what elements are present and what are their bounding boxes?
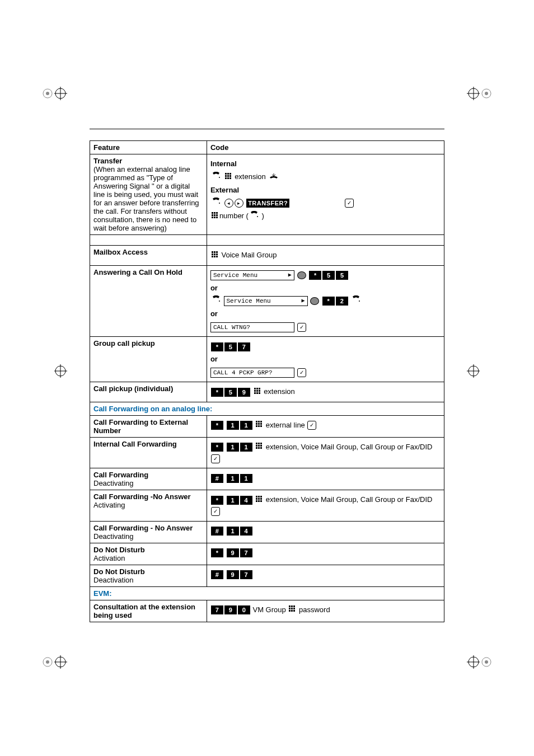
cf-noans-act-text: extension, Voice Mail Group, Call Group … <box>266 495 433 504</box>
number-text: number ( <box>219 212 249 220</box>
crop-mark-top-left <box>42 81 67 106</box>
svg-rect-68 <box>258 421 260 422</box>
svg-rect-100 <box>289 610 291 612</box>
key-star: * <box>211 342 223 351</box>
row-cf-noans-deact: Call Forwarding - No Answer Deactivating… <box>90 521 444 543</box>
lcd-call4: CALL 4 PCKP GRP? <box>210 368 294 378</box>
svg-rect-61 <box>254 390 256 392</box>
row-group-pickup: Group call pickup *57 or CALL 4 PCKP GRP… <box>90 337 444 382</box>
key-7: 7 <box>238 342 250 351</box>
svg-rect-31 <box>227 175 229 177</box>
key-hash: # <box>211 474 223 483</box>
consult-vm: VM Group <box>253 605 286 614</box>
cf-deact-title: Call Forwarding <box>93 471 148 479</box>
svg-rect-88 <box>256 498 257 500</box>
svg-rect-52 <box>216 253 218 255</box>
key-star: * <box>211 496 223 505</box>
nav-oval <box>310 297 319 305</box>
key-5: 5 <box>322 271 335 280</box>
lcd-service-menu-2: Service Menu▶ <box>224 296 308 306</box>
cf-noans-act-title: Call Forwarding -No Answer <box>93 492 191 501</box>
crop-mark-mid-right <box>467 363 492 379</box>
row-mailbox: Mailbox Access Voice Mail Group <box>90 246 444 266</box>
svg-rect-29 <box>229 173 231 175</box>
svg-rect-75 <box>260 425 262 427</box>
keypad-icon <box>212 211 218 222</box>
row-cf-external: Call Forwarding to External Number * 11 … <box>90 415 444 437</box>
svg-rect-32 <box>229 175 231 177</box>
header-rule <box>90 129 444 140</box>
consult-title: Consultation at the extension being used <box>90 600 207 622</box>
cf-section-title: Call Forwarding on an analog line: <box>90 402 444 415</box>
svg-rect-85 <box>256 496 257 497</box>
key-0: 0 <box>238 605 250 614</box>
svg-rect-44 <box>214 217 216 218</box>
row-cf-noans-act: Call Forwarding -No Answer Activating * … <box>90 490 444 522</box>
svg-rect-77 <box>258 443 260 444</box>
evm-section-title: EVM: <box>90 586 444 600</box>
svg-point-46 <box>257 216 258 217</box>
svg-rect-91 <box>256 500 257 502</box>
svg-rect-89 <box>258 498 260 500</box>
ok-button: ✓ <box>297 323 306 332</box>
dnd-act-sub: Activation <box>93 554 125 562</box>
svg-rect-99 <box>293 608 295 609</box>
svg-rect-40 <box>212 214 213 216</box>
svg-rect-47 <box>212 251 213 253</box>
page-content: Feature Code Transfer (When an external … <box>90 129 444 622</box>
indiv-pickup-ext: extension <box>264 387 295 396</box>
cf-internal-title: Internal Call Forwarding <box>90 437 207 468</box>
svg-rect-72 <box>260 423 262 425</box>
answer-hold-title: Answering a Call On Hold <box>90 265 207 337</box>
key-7: 7 <box>211 605 223 614</box>
svg-rect-86 <box>258 496 260 497</box>
dnd-act-title: Do Not Disturb <box>93 546 145 554</box>
key-star: * <box>211 443 223 452</box>
mailbox-text: Voice Mail Group <box>222 251 277 259</box>
svg-point-56 <box>219 300 220 302</box>
key-star: * <box>309 271 321 280</box>
keypad-icon <box>254 387 261 398</box>
svg-rect-28 <box>227 173 229 175</box>
spacer-row <box>90 235 444 246</box>
keypad-icon <box>212 250 218 261</box>
svg-rect-62 <box>256 390 258 392</box>
svg-rect-97 <box>289 608 291 609</box>
keypad-icon <box>256 495 263 506</box>
header-feature: Feature <box>90 141 207 154</box>
svg-rect-64 <box>254 392 256 394</box>
mailbox-title: Mailbox Access <box>90 246 207 266</box>
svg-point-17 <box>46 660 49 664</box>
key-star: * <box>211 388 223 397</box>
crop-mark-top-right <box>467 81 492 106</box>
svg-rect-73 <box>256 425 257 427</box>
row-evm-section: EVM: <box>90 586 444 600</box>
group-pickup-title: Group call pickup <box>90 337 207 382</box>
extension-text: extension <box>235 172 266 181</box>
handset-down-icon <box>269 172 279 183</box>
key-9: 9 <box>224 605 237 614</box>
key-9: 9 <box>238 388 250 397</box>
svg-rect-53 <box>212 256 213 257</box>
row-cf-internal: Internal Call Forwarding * 11 extension,… <box>90 437 444 468</box>
key-5: 5 <box>224 388 237 397</box>
svg-rect-87 <box>260 496 262 497</box>
key-1: 1 <box>227 421 239 430</box>
svg-rect-83 <box>258 447 260 449</box>
svg-rect-101 <box>291 610 293 612</box>
svg-rect-78 <box>260 443 262 444</box>
row-answer-hold: Answering a Call On Hold Service Menu▶ *… <box>90 265 444 337</box>
svg-rect-98 <box>291 608 293 609</box>
svg-rect-39 <box>216 212 218 214</box>
svg-rect-41 <box>214 214 216 216</box>
row-consultation: Consultation at the extension being used… <box>90 600 444 622</box>
row-dnd-deact: Do Not Disturb Deactivation # 97 <box>90 565 444 586</box>
svg-rect-34 <box>227 177 229 179</box>
key-1: 1 <box>227 496 239 505</box>
internal-label: Internal <box>210 158 441 170</box>
ok-button: ✓ <box>307 421 316 430</box>
keypad-icon <box>225 172 232 183</box>
row-transfer: Transfer (When an external analog line p… <box>90 154 444 235</box>
svg-rect-50 <box>212 253 213 255</box>
svg-rect-54 <box>214 256 216 257</box>
